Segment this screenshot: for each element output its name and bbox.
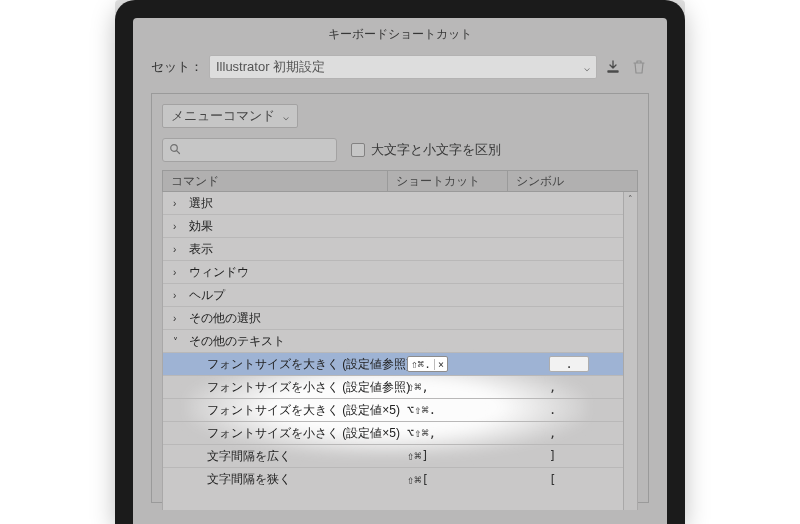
col-command[interactable]: コマンド	[163, 171, 388, 191]
row-label: その他のテキスト	[189, 333, 285, 350]
disclosure-icon: ›	[173, 290, 185, 301]
shortcut-edit-value: ⇧⌘.	[411, 358, 431, 371]
set-row: セット： Illustrator 初期設定 ⌵	[133, 51, 667, 93]
row-label: フォントサイズを大きく (設定値参照)	[207, 356, 410, 373]
download-icon	[605, 59, 621, 75]
row-label: フォントサイズを小さく (設定値×5)	[207, 425, 400, 442]
row-symbol[interactable]: ,	[549, 426, 556, 440]
row-label: フォントサイズを小さく (設定値参照)	[207, 379, 410, 396]
row-label: その他の選択	[189, 310, 261, 327]
device-frame: キーボードショートカット セット： Illustrator 初期設定 ⌵ メニュ…	[115, 0, 685, 524]
set-select[interactable]: Illustrator 初期設定 ⌵	[209, 55, 597, 79]
disclosure-icon: ›	[173, 221, 185, 232]
command-list: ›選択›効果›表示›ウィンドウ›ヘルプ›その他の選択˅その他のテキストフォントサ…	[162, 192, 638, 510]
row-label: フォントサイズを大きく (設定値×5)	[207, 402, 400, 419]
list-group[interactable]: ›ヘルプ	[163, 284, 637, 307]
row-label: 選択	[189, 195, 213, 212]
svg-line-1	[177, 150, 180, 153]
list-group[interactable]: ›表示	[163, 238, 637, 261]
row-label: ウィンドウ	[189, 264, 249, 281]
list-item[interactable]: フォントサイズを大きく (設定値×5)⌥⇧⌘..	[163, 399, 637, 422]
row-label: ヘルプ	[189, 287, 225, 304]
disclosure-icon: ›	[173, 313, 185, 324]
panel: メニューコマンド ⌵ 大文字と小文字を区別 コマンド ショートカット	[151, 93, 649, 503]
list-group[interactable]: ›ウィンドウ	[163, 261, 637, 284]
list-item[interactable]: フォントサイズを小さく (設定値×5)⌥⇧⌘,,	[163, 422, 637, 445]
row-symbol[interactable]: ,	[549, 380, 556, 394]
col-symbol[interactable]: シンボル	[508, 171, 637, 191]
list-item[interactable]: 文字間隔を広く⇧⌘]]	[163, 445, 637, 468]
row-symbol[interactable]: [	[549, 473, 556, 487]
row-label: 表示	[189, 241, 213, 258]
search-input[interactable]	[162, 138, 337, 162]
col-shortcut[interactable]: ショートカット	[388, 171, 508, 191]
set-label: セット：	[151, 58, 203, 76]
chevron-down-icon: ⌵	[584, 62, 590, 73]
disclosure-icon: ›	[173, 198, 185, 209]
symbol-edit-field[interactable]: .	[549, 356, 589, 372]
column-headers: コマンド ショートカット シンボル	[162, 170, 638, 192]
clear-shortcut-icon[interactable]: ×	[434, 359, 444, 370]
save-set-button[interactable]	[603, 57, 623, 77]
row-shortcut[interactable]: ⇧⌘[	[407, 473, 517, 487]
scroll-up-icon: ˄	[628, 192, 633, 206]
disclosure-icon: ˅	[173, 336, 185, 347]
list-item[interactable]: 文字間隔を狭く⇧⌘[[	[163, 468, 637, 491]
trash-icon	[632, 59, 646, 75]
scrollbar[interactable]: ˄	[623, 192, 637, 510]
disclosure-icon: ›	[173, 267, 185, 278]
list-group[interactable]: ›選択	[163, 192, 637, 215]
list-item[interactable]: フォントサイズを小さく (設定値参照)⇧⌘,,	[163, 376, 637, 399]
row-symbol[interactable]: .	[549, 356, 589, 372]
row-label: 文字間隔を狭く	[207, 471, 291, 488]
row-shortcut[interactable]: ⇧⌘]	[407, 449, 517, 463]
screen: キーボードショートカット セット： Illustrator 初期設定 ⌵ メニュ…	[133, 18, 667, 524]
window-title: キーボードショートカット	[133, 22, 667, 51]
case-sensitive-checkbox[interactable]: 大文字と小文字を区別	[351, 141, 501, 159]
disclosure-icon: ›	[173, 244, 185, 255]
type-select-value: メニューコマンド	[171, 107, 275, 125]
row-symbol[interactable]: .	[549, 403, 556, 417]
list-item[interactable]: フォントサイズを大きく (設定値参照)⇧⌘.×.	[163, 353, 637, 376]
list-group[interactable]: ˅その他のテキスト	[163, 330, 637, 353]
row-shortcut[interactable]: ⇧⌘.×	[407, 356, 517, 372]
row-shortcut[interactable]: ⌥⇧⌘.	[407, 403, 517, 417]
row-symbol[interactable]: ]	[549, 449, 556, 463]
type-select[interactable]: メニューコマンド ⌵	[162, 104, 298, 128]
delete-set-button[interactable]	[629, 57, 649, 77]
set-select-value: Illustrator 初期設定	[216, 58, 325, 76]
chevron-down-icon: ⌵	[283, 111, 289, 122]
row-shortcut[interactable]: ⌥⇧⌘,	[407, 426, 517, 440]
search-icon	[169, 143, 181, 158]
list-group[interactable]: ›その他の選択	[163, 307, 637, 330]
case-sensitive-label: 大文字と小文字を区別	[371, 141, 501, 159]
checkbox-icon	[351, 143, 365, 157]
row-label: 効果	[189, 218, 213, 235]
list-group[interactable]: ›効果	[163, 215, 637, 238]
row-shortcut[interactable]: ⇧⌘,	[407, 380, 517, 394]
search-row: 大文字と小文字を区別	[162, 138, 638, 162]
row-label: 文字間隔を広く	[207, 448, 291, 465]
shortcut-edit-field[interactable]: ⇧⌘.×	[407, 356, 448, 372]
